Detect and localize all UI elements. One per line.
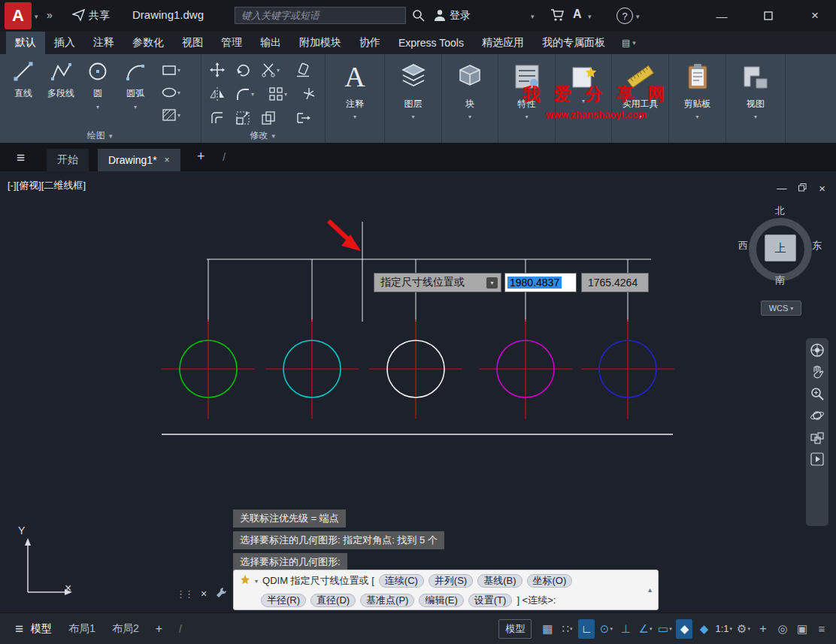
command-line[interactable]: ▾ QDIM 指定尺寸线位置或 [ 连续(C) 并列(S) 基线(B) 坐标(O… (233, 570, 659, 610)
autodesk-chevron-icon[interactable]: ▾ (588, 13, 592, 20)
file-tab-menu-icon[interactable]: ≡ (17, 150, 25, 166)
layout-tab-layout1[interactable]: 布局1 (68, 622, 95, 636)
ribbon-tab-addins[interactable]: 附加模块 (290, 32, 350, 54)
scale-button[interactable] (235, 110, 251, 128)
command-history-expand-icon[interactable]: ▴ (648, 585, 652, 594)
autodesk-icon[interactable]: A (573, 8, 582, 21)
navigation-wheel-icon[interactable] (810, 343, 825, 358)
ribbon-tab-home[interactable]: 默认 (6, 32, 45, 54)
command-grip-icon[interactable]: ⋮⋮ (176, 588, 192, 600)
chevron-down-icon[interactable]: ▾ (498, 113, 555, 120)
quick-access-expand-icon[interactable]: » (47, 9, 53, 21)
zoom-icon[interactable] (810, 386, 825, 401)
chevron-down-icon[interactable]: ▾ (177, 89, 180, 96)
block-button[interactable]: 块 ▾ (442, 59, 498, 120)
snap-mode-toggle[interactable]: ∷▾ (559, 619, 575, 639)
ribbon-tab-custom-panel[interactable]: 我的专属面板 (533, 32, 614, 54)
viewport-minimize-icon[interactable]: — (777, 183, 786, 194)
command-option-datum[interactable]: 基准点(P) (360, 594, 414, 607)
viewcube-south[interactable]: 南 (775, 274, 785, 287)
maximize-button[interactable] (752, 0, 785, 32)
object-snap-tracking-toggle[interactable]: ⊥ (617, 619, 634, 639)
autoscale-toggle[interactable]: ◆ (695, 619, 712, 639)
ribbon-tab-collaborate[interactable]: 协作 (350, 32, 389, 54)
pan-hand-icon[interactable] (810, 364, 825, 379)
help-chevron-icon[interactable]: ▾ (636, 13, 640, 20)
mirror-button[interactable] (209, 86, 226, 104)
customize-wrench-icon[interactable] (215, 586, 228, 601)
line-button[interactable]: 直线 (6, 60, 41, 100)
app-menu-button[interactable]: A (5, 2, 32, 29)
trim-button[interactable]: ▾ (260, 62, 280, 78)
viewport-controls-label[interactable]: [-][俯视][二维线框] (8, 179, 86, 192)
command-option-diameter[interactable]: 直径(D) (310, 594, 356, 607)
ribbon-display-toggle[interactable]: ▤▾ (622, 32, 636, 54)
chevron-down-icon[interactable]: ▾ (277, 67, 280, 74)
erase-button[interactable] (295, 62, 311, 80)
lineweight-toggle[interactable]: ▭▾ (656, 619, 673, 639)
viewport-restore-icon[interactable] (798, 183, 807, 194)
annotation-scale-button[interactable]: 1:1▾ (715, 619, 732, 639)
drawing-canvas[interactable]: [-][俯视][二维线框] — × 北 西 东 南 上 WCS▾ 指定尺寸线 (0, 171, 836, 612)
utilities-button[interactable]: 实用工具 ▾ (612, 59, 668, 120)
navbar-more-icon[interactable] (810, 452, 825, 467)
object-snap-toggle[interactable]: ∠▾ (637, 619, 653, 639)
array-button[interactable]: ▾ (268, 86, 287, 102)
viewcube-east[interactable]: 东 (812, 239, 822, 252)
wcs-badge[interactable]: WCS▾ (761, 301, 801, 316)
app-store-cart-icon[interactable] (550, 8, 565, 22)
ribbon-tab-parametric[interactable]: 参数化 (123, 32, 173, 54)
ribbon-tab-annotate[interactable]: 注释 (84, 32, 123, 54)
arc-button[interactable]: 圆弧 ▾ (119, 60, 152, 111)
chevron-down-icon[interactable]: ▾ (251, 91, 254, 98)
polyline-button[interactable]: 多段线 (42, 60, 80, 100)
chevron-down-icon[interactable]: ▾ (177, 67, 180, 74)
search-icon[interactable] (412, 9, 425, 22)
command-option-staggered[interactable]: 并列(S) (429, 574, 473, 588)
layout-tab-layout2[interactable]: 布局2 (112, 622, 139, 636)
group-button[interactable]: ▾ (556, 59, 611, 104)
workspace-switching-button[interactable]: ⚙▾ (735, 619, 752, 639)
viewcube-north[interactable]: 北 (775, 204, 785, 218)
chevron-down-icon[interactable]: ▾ (326, 113, 384, 120)
properties-button[interactable]: 特性 ▾ (498, 59, 555, 120)
chevron-down-icon[interactable]: ▾ (284, 91, 287, 98)
ortho-mode-toggle[interactable]: ∟ (578, 619, 595, 639)
file-tab-drawing1[interactable]: Drawing1* × (98, 149, 180, 171)
command-close-icon[interactable]: × (201, 588, 207, 600)
ribbon-tab-express-tools[interactable]: Express Tools (389, 32, 473, 54)
viewport-close-icon[interactable]: × (819, 182, 825, 195)
chevron-down-icon[interactable]: ▾ (385, 113, 441, 120)
annotation-visibility-toggle[interactable]: ◆ (676, 619, 692, 639)
dynamic-input-value-x[interactable]: 1980.4837 (504, 273, 577, 292)
layers-button[interactable]: 图层 ▾ (385, 59, 441, 120)
status-menu-icon[interactable]: ≡ (15, 621, 23, 637)
new-tab-button[interactable]: + (197, 149, 205, 165)
file-tab-start[interactable]: 开始 (47, 149, 89, 171)
ribbon-tab-featured-apps[interactable]: 精选应用 (473, 32, 533, 54)
showmotion-icon[interactable] (810, 430, 825, 445)
search-input[interactable] (235, 7, 406, 24)
ribbon-tab-view[interactable]: 视图 (173, 32, 212, 54)
chevron-down-icon[interactable]: ▾ (255, 578, 258, 585)
grid-display-toggle[interactable]: ▦ (539, 619, 556, 639)
command-option-continuous[interactable]: 连续(C) (379, 574, 424, 588)
close-tab-icon[interactable]: × (165, 155, 170, 165)
command-option-baseline[interactable]: 基线(B) (477, 574, 522, 588)
chevron-down-icon[interactable]: ▾ (556, 98, 611, 104)
viewcube-west[interactable]: 西 (738, 239, 748, 252)
user-icon[interactable] (433, 8, 447, 22)
stretch-button[interactable] (295, 110, 311, 128)
fillet-button[interactable]: ▾ (235, 86, 254, 102)
rectangle-button[interactable]: ▾ (161, 62, 180, 78)
dynamic-input-value-y[interactable]: 1765.4264 (581, 273, 649, 292)
chevron-down-icon[interactable]: ▾ (442, 113, 498, 120)
annotation-button[interactable]: A 注释 ▾ (326, 59, 384, 120)
hatch-button[interactable]: ▾ (161, 107, 180, 123)
circle-button[interactable]: 圆 ▾ (83, 60, 113, 111)
chevron-down-icon[interactable]: ▾ (96, 104, 99, 110)
chevron-down-icon[interactable]: ▾ (669, 113, 725, 120)
offset-button[interactable] (209, 110, 226, 128)
new-layout-button[interactable]: + (156, 622, 162, 636)
chevron-down-icon[interactable]: ▾ (177, 112, 180, 119)
